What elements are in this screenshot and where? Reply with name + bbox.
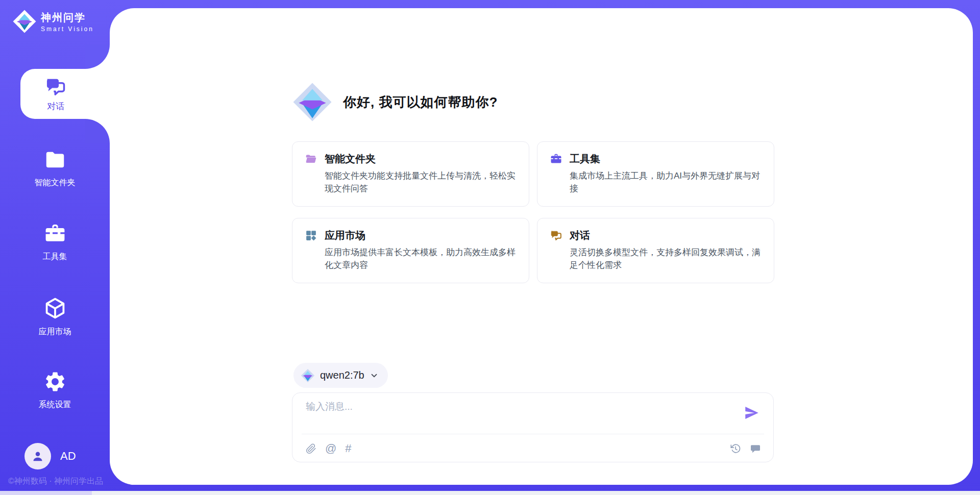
sidebar-item-smart-folder[interactable]: 智能文件夹 xyxy=(0,148,110,188)
card-title: 工具集 xyxy=(570,152,600,166)
at-icon: @ xyxy=(325,443,336,454)
card-app-market[interactable]: 应用市场 应用市场提供丰富长文本模板，助力高效生成多样化文章内容 xyxy=(292,218,529,283)
card-description: 智能文件夹功能支持批量文件上传与清洗，轻松实现文件问答 xyxy=(325,170,517,195)
sidebar-item-label: 工具集 xyxy=(0,252,110,262)
app-grid-icon xyxy=(305,229,317,242)
greeting-section: 你好, 我可以如何帮助你? xyxy=(292,82,498,122)
toolbox-icon xyxy=(550,153,562,165)
hashtag-button[interactable]: # xyxy=(345,443,351,454)
active-tab-bottom-curve xyxy=(85,119,110,143)
avatar xyxy=(24,443,51,469)
user-account-button[interactable]: AD xyxy=(24,443,76,469)
brand: 神州问学 Smart Vision xyxy=(12,9,94,34)
model-name: qwen2:7b xyxy=(320,369,364,381)
sidebar-item-app-market[interactable]: 应用市场 xyxy=(0,296,110,337)
card-chat[interactable]: 对话 灵活切换多模型文件，支持多样回复效果调试，满足个性化需求 xyxy=(537,218,774,283)
card-title: 应用市场 xyxy=(325,229,365,242)
sidebar-item-label: 系统设置 xyxy=(0,400,110,410)
history-icon xyxy=(730,443,741,454)
paperclip-icon xyxy=(306,443,316,454)
sidebar-item-label: 应用市场 xyxy=(0,327,110,337)
chat-bubble-icon xyxy=(750,443,761,454)
conversation-button[interactable] xyxy=(750,443,761,454)
sidebar-item-label: 对话 xyxy=(47,101,64,112)
card-description: 集成市场上主流工具，助力AI与外界无缝扩展与对接 xyxy=(570,170,762,195)
send-icon xyxy=(743,404,761,422)
horizontal-scrollbar[interactable] xyxy=(0,491,980,495)
sidebar-item-toolset[interactable]: 工具集 xyxy=(0,222,110,262)
diamond-logo-icon xyxy=(301,368,315,383)
cube-icon xyxy=(43,296,67,320)
hash-icon: # xyxy=(345,443,351,454)
scrollbar-thumb[interactable] xyxy=(0,491,92,495)
card-toolset[interactable]: 工具集 集成市场上主流工具，助力AI与外界无缝扩展与对接 xyxy=(537,141,774,207)
sidebar-item-settings[interactable]: 系统设置 xyxy=(0,370,110,410)
feature-cards: 智能文件夹 智能文件夹功能支持批量文件上传与清洗，轻松实现文件问答 工具集 集成… xyxy=(292,141,775,283)
folder-open-icon xyxy=(305,153,317,165)
chat-icon xyxy=(44,76,67,98)
gear-icon xyxy=(43,370,67,393)
send-button[interactable] xyxy=(743,404,761,423)
message-composer: @ # xyxy=(292,392,774,462)
card-description: 灵活切换多模型文件，支持多样回复效果调试，满足个性化需求 xyxy=(570,246,762,271)
diamond-logo-icon xyxy=(292,82,333,122)
card-smart-folder[interactable]: 智能文件夹 智能文件夹功能支持批量文件上传与清洗，轻松实现文件问答 xyxy=(292,141,529,207)
composer-divider xyxy=(302,434,764,434)
user-icon xyxy=(30,449,45,464)
active-tab-top-curve xyxy=(85,44,110,69)
brand-name: 神州问学 xyxy=(41,11,94,24)
sidebar: 神州问学 Smart Vision 对话 智能文件夹 工具集 xyxy=(0,0,110,495)
app-window: 神州问学 Smart Vision 对话 智能文件夹 工具集 xyxy=(0,0,980,495)
brand-diamond-logo-icon xyxy=(12,9,37,34)
card-title: 对话 xyxy=(570,229,590,242)
mention-button[interactable]: @ xyxy=(325,443,336,454)
card-title: 智能文件夹 xyxy=(325,152,376,166)
user-name: AD xyxy=(60,450,76,463)
greeting-title: 你好, 我可以如何帮助你? xyxy=(343,93,498,111)
chat-icon xyxy=(550,229,562,242)
attach-file-button[interactable] xyxy=(306,443,316,454)
card-description: 应用市场提供丰富长文本模板，助力高效生成多样化文章内容 xyxy=(325,246,517,271)
copyright-footer: ©神州数码 · 神州问学出品 xyxy=(8,476,110,487)
sidebar-item-label: 智能文件夹 xyxy=(0,178,110,188)
history-button[interactable] xyxy=(730,443,741,454)
message-input[interactable] xyxy=(306,400,729,430)
sidebar-item-chat[interactable]: 对话 xyxy=(20,69,112,119)
toolbox-icon xyxy=(43,222,67,245)
brand-subtitle: Smart Vision xyxy=(41,26,94,33)
model-selector[interactable]: qwen2:7b xyxy=(293,363,388,388)
folder-icon xyxy=(43,148,67,171)
chevron-down-icon xyxy=(370,371,379,380)
